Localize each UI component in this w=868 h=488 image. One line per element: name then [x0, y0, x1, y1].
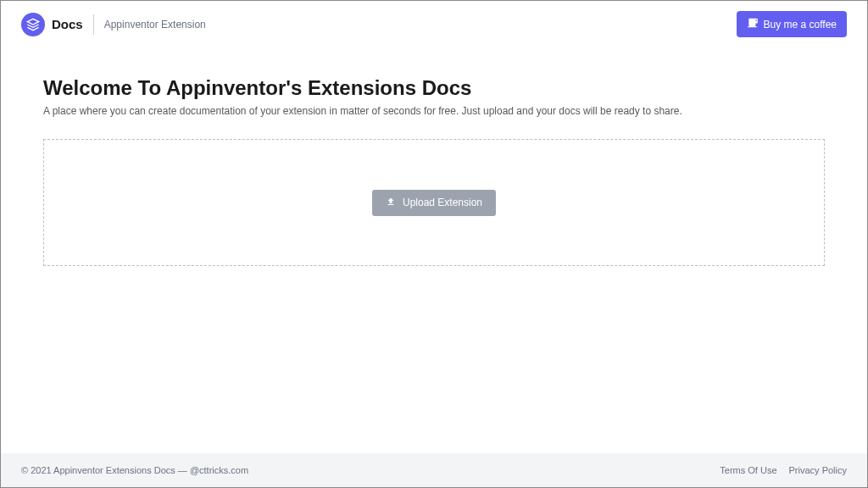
- header-subtitle: Appinventor Extension: [104, 19, 206, 30]
- header: Docs Appinventor Extension Buy me a coff…: [1, 1, 867, 47]
- divider: [93, 14, 94, 35]
- upload-icon: [386, 197, 396, 209]
- coffee-label: Buy me a coffee: [764, 19, 837, 30]
- upload-label: Upload Extension: [403, 197, 482, 208]
- logo-text: Docs: [52, 17, 83, 31]
- stack-icon: [21, 13, 45, 36]
- footer: © 2021 Appinventor Extensions Docs — @ct…: [1, 453, 867, 487]
- logo[interactable]: Docs: [21, 13, 83, 36]
- buy-coffee-button[interactable]: Buy me a coffee: [737, 11, 848, 37]
- privacy-link[interactable]: Privacy Policy: [789, 465, 847, 475]
- page-description: A place where you can create documentati…: [43, 105, 825, 117]
- upload-dropzone[interactable]: Upload Extension: [43, 139, 825, 266]
- svg-marker-0: [27, 19, 38, 25]
- header-left: Docs Appinventor Extension: [21, 13, 206, 36]
- main: Welcome To Appinventor's Extensions Docs…: [1, 47, 867, 453]
- terms-link[interactable]: Terms Of Use: [720, 465, 776, 475]
- footer-links: Terms Of Use Privacy Policy: [720, 465, 847, 475]
- footer-copyright: © 2021 Appinventor Extensions Docs — @ct…: [21, 465, 248, 475]
- page-title: Welcome To Appinventor's Extensions Docs: [43, 76, 825, 100]
- upload-extension-button[interactable]: Upload Extension: [372, 190, 496, 216]
- coffee-icon: [747, 17, 759, 31]
